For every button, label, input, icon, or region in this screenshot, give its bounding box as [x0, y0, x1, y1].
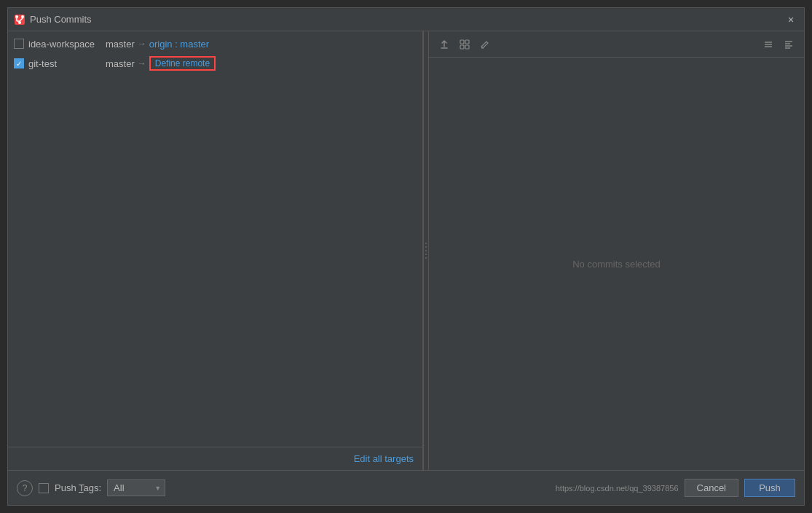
push-icon-btn[interactable]	[435, 35, 454, 54]
resizer-dots	[425, 243, 427, 259]
group-icon-btn[interactable]	[455, 35, 474, 54]
define-remote-button[interactable]: Define remote	[149, 56, 216, 71]
repo-name-idea-workspace: idea-workspace	[28, 39, 101, 50]
cancel-button[interactable]: Cancel	[685, 479, 738, 497]
svg-point-1	[15, 15, 18, 18]
branch-label-idea-workspace: master	[106, 39, 135, 50]
right-panel: No commits selected	[429, 31, 804, 470]
left-panel: idea-workspace master → origin : master …	[8, 31, 423, 470]
resizer-dot	[425, 254, 427, 255]
help-button[interactable]: ?	[17, 480, 33, 496]
edit-all-targets-link[interactable]: Edit all targets	[354, 453, 414, 464]
edit-targets-bar: Edit all targets	[8, 447, 422, 470]
repo-checkbox-git-test[interactable]	[14, 58, 24, 68]
bottom-right: https://blog.csdn.net/qq_39387856 Cancel…	[556, 479, 795, 497]
remote-link-idea-workspace[interactable]: origin : master	[149, 39, 209, 50]
toolbar-right	[759, 35, 798, 54]
list-item: git-test master → Define remote	[8, 53, 422, 74]
arrow-icon-1: →	[138, 39, 146, 49]
edit-icon-btn[interactable]	[476, 35, 494, 54]
main-content: idea-workspace master → origin : master …	[8, 31, 804, 470]
title-bar-left: Push Commits	[14, 14, 92, 26]
repo-name-git-test: git-test	[28, 58, 101, 69]
push-button[interactable]: Push	[744, 479, 795, 497]
repo-checkbox-idea-workspace[interactable]	[14, 39, 24, 49]
svg-rect-9	[465, 40, 469, 44]
svg-rect-11	[465, 45, 469, 49]
expand-all-btn[interactable]	[779, 35, 798, 54]
bottom-bar: ? Push Tags: All None Tagged https://blo…	[8, 470, 804, 505]
push-tags-underline: T	[79, 482, 84, 493]
resizer-dot	[425, 243, 427, 244]
collapse-all-btn[interactable]	[759, 35, 778, 54]
title-bar: Push Commits ×	[8, 8, 804, 31]
push-tags-row: ? Push Tags: All None Tagged	[17, 479, 165, 496]
tags-select[interactable]: All None Tagged	[107, 479, 165, 496]
resizer-dot	[425, 257, 427, 259]
resizer-dot	[425, 246, 427, 248]
branch-info-git-test: master → Define remote	[106, 56, 216, 71]
push-tags-checkbox[interactable]	[39, 483, 49, 493]
close-button[interactable]: ×	[784, 12, 798, 27]
arrow-icon-2: →	[138, 58, 146, 68]
push-tags-label: Push Tags:	[55, 482, 101, 493]
tags-select-wrapper: All None Tagged	[107, 479, 165, 496]
dialog-title: Push Commits	[30, 14, 92, 25]
right-content: No commits selected	[429, 58, 804, 470]
url-text: https://blog.csdn.net/qq_39387856	[556, 484, 679, 493]
svg-point-2	[21, 15, 24, 18]
panel-resizer[interactable]	[423, 31, 429, 470]
branch-label-git-test: master	[106, 58, 135, 69]
repo-list: idea-workspace master → origin : master …	[8, 31, 422, 447]
resizer-dot	[425, 250, 427, 251]
branch-info-idea-workspace: master → origin : master	[106, 39, 209, 50]
no-commits-label: No commits selected	[572, 259, 661, 270]
svg-rect-10	[460, 45, 464, 49]
list-item: idea-workspace master → origin : master	[8, 34, 422, 53]
push-commits-dialog: Push Commits × idea-workspace master → o…	[7, 7, 805, 506]
git-icon	[14, 14, 25, 26]
toolbar-left	[435, 35, 494, 54]
right-toolbar	[429, 31, 804, 58]
svg-rect-8	[460, 40, 464, 44]
